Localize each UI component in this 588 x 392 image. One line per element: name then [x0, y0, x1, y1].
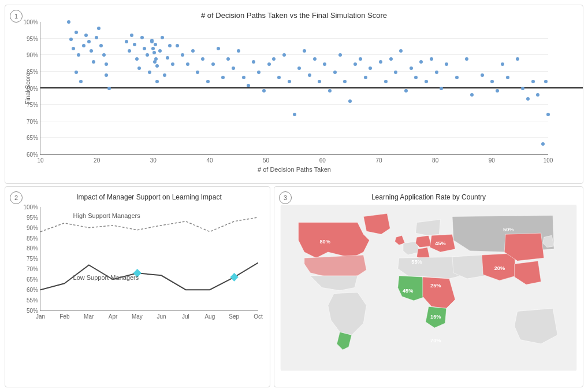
grid-h-90 [40, 54, 548, 55]
dot [247, 84, 250, 87]
dot [151, 47, 155, 50]
dot [137, 66, 141, 70]
main-container: 1 # of Decision Paths Taken vs the Final… [0, 0, 588, 392]
bottom-section: 2 Impact of Manager Support on Learning … [5, 186, 583, 387]
dot [242, 76, 245, 79]
y-tick-65: 65% [27, 135, 40, 141]
chart2-number: 2 [10, 191, 23, 204]
dot [282, 53, 286, 57]
x-tick-20: 20 [94, 157, 100, 164]
x-tick-70: 70 [375, 157, 382, 164]
y-tick-75: 75% [27, 256, 40, 262]
dot [211, 62, 215, 66]
y-tick-65: 65% [27, 276, 40, 283]
dot [414, 76, 418, 79]
dot [163, 73, 166, 77]
c-africa-label: 25% [430, 283, 441, 289]
dot [128, 49, 131, 53]
grid-h-85 [40, 71, 548, 72]
chart3-container: 3 Learning Application Rate by Country [274, 186, 583, 387]
y-tick-90: 90% [27, 52, 40, 58]
dot [440, 87, 443, 90]
dot [206, 80, 210, 83]
line-chart-area: 100% 95% 90% 85% 80% 75% 70% 65% 60% 55%… [40, 207, 258, 311]
x-tick-80: 80 [432, 157, 438, 164]
dot [419, 60, 423, 64]
dot [303, 49, 306, 53]
dot [328, 89, 332, 93]
dot [496, 89, 499, 93]
dot [226, 57, 230, 61]
dot [130, 34, 133, 37]
x-tick-90: 90 [489, 157, 495, 164]
chart1-number: 1 [10, 10, 23, 23]
dot [97, 27, 101, 30]
dot [348, 99, 352, 103]
x-tick-30: 30 [150, 157, 157, 164]
s-africa-label: 16% [430, 314, 441, 320]
dot [470, 93, 474, 97]
dot [176, 44, 179, 47]
y-tick-95: 95% [27, 35, 40, 42]
x-tick-jun: Jun [157, 313, 166, 320]
dot [107, 87, 111, 90]
y-tick-70: 70% [27, 118, 40, 124]
grid-h-95 [40, 38, 548, 39]
dot [455, 76, 459, 79]
chart1-title: # of Decision Paths Taken vs the Final S… [40, 11, 548, 20]
dot [105, 73, 108, 77]
y-tick-55: 55% [27, 297, 40, 303]
y-tick-95: 95% [27, 214, 40, 220]
dot [143, 47, 146, 50]
russia-label: 50% [503, 227, 513, 232]
grid-h-65 [40, 137, 548, 138]
dot [102, 53, 106, 57]
dot [69, 38, 73, 41]
dot [369, 66, 372, 70]
dot [252, 60, 255, 64]
x-tick-oct: Oct [254, 313, 263, 320]
dot [232, 66, 235, 70]
dot [333, 71, 337, 74]
chart3-number: 3 [279, 191, 292, 204]
dot [521, 87, 524, 90]
chart1-container: 1 # of Decision Paths Taken vs the Final… [5, 5, 583, 184]
dot [323, 62, 326, 66]
dot [146, 53, 149, 57]
map-container: 80% 50% 45% 55% 25% 45% 16% 70% 20% [280, 205, 577, 392]
dot [155, 80, 159, 83]
chart3-title: Learning Application Rate by Country [280, 193, 577, 202]
dot [99, 44, 103, 47]
dot [186, 62, 189, 66]
dot [272, 57, 276, 61]
x-tick-50: 50 [263, 157, 269, 164]
n-africa-label: 55% [411, 259, 422, 265]
dot [237, 49, 240, 53]
dot [133, 43, 136, 46]
dot [481, 73, 484, 77]
x-tick-100: 100 [544, 157, 553, 164]
dot [531, 80, 535, 83]
dot [135, 57, 139, 61]
dot [359, 57, 362, 61]
dot [87, 40, 91, 43]
dot [313, 57, 317, 61]
y-tick-85: 85% [27, 68, 40, 75]
dot [343, 80, 347, 83]
grid-h-75 [40, 104, 548, 105]
dot [82, 44, 85, 47]
line-chart-svg [40, 207, 258, 310]
y-tick-100: 100% [23, 19, 40, 25]
passing-score-line: PassingScore [40, 87, 583, 88]
dot [196, 71, 199, 74]
dot [168, 44, 172, 47]
x-tick-sep: Sep [229, 313, 239, 320]
dot [154, 43, 157, 46]
dot [318, 80, 321, 83]
dot [84, 34, 88, 37]
dot [67, 20, 70, 24]
dot [541, 142, 545, 146]
dot [293, 113, 296, 116]
dot [465, 57, 468, 61]
grid-h-70 [40, 121, 548, 121]
